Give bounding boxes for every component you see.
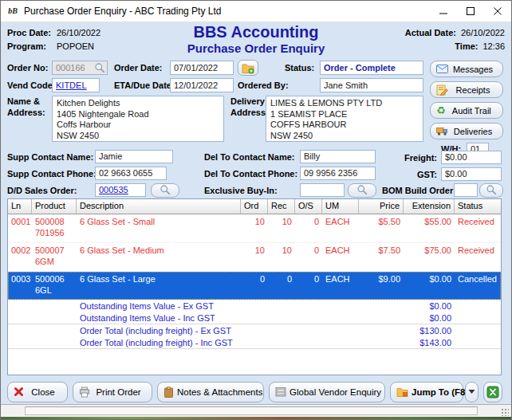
archive-icon [275,387,286,397]
col-ord: Ord [241,199,268,214]
order-date-field[interactable]: 07/01/2022 [170,61,234,75]
status-message-field [25,406,478,415]
clipboard-icon [163,387,174,398]
name-address-box[interactable]: Kitchen Delights 1405 Nightengale Road C… [52,96,224,142]
search-icon [356,184,368,197]
messages-button[interactable]: Messages [430,61,503,77]
receipts-button[interactable]: Receipts [430,81,503,98]
audit-trail-button[interactable]: ♻ Audit Trail [430,102,503,119]
order-date-label: Order Date: [114,61,163,75]
ordered-by-label: Ordered By: [238,78,289,92]
time-label: Time: [455,40,478,53]
table-row-selected[interactable]: 0003 5000066GL 6 Glass Set - Large 0 0 0… [8,272,501,300]
close-icon [494,7,502,16]
freight-label: Freight: [404,151,437,165]
footer-button-bar: Close Print Order Notes & Attachments Gl… [7,381,502,402]
table-row[interactable]: 0001 500008701956 6 Glass Set - Small 10… [8,214,501,243]
maximize-button[interactable] [457,1,484,22]
exclusive-buy-in-field[interactable] [300,183,345,197]
envelope-icon [436,64,448,74]
search-icon [486,184,497,197]
desktop-background [1,417,511,419]
status-field[interactable]: Order - Complete [320,61,423,75]
dd-sales-order-field[interactable]: 000535 [95,183,146,197]
order-no-field[interactable]: 000166 [52,61,108,75]
delivery-address-box[interactable]: LIMES & LEMONS PTY LTD 1 SEAMIST PLACE C… [266,96,423,142]
app-icon: bB [6,5,19,18]
print-order-button[interactable]: Print Order [73,382,152,402]
freight-field[interactable]: $0.00 [441,151,502,164]
chevron-down-icon [468,389,475,394]
header-right: Actual Date:26/10/2022 Time:12:36 [405,26,505,53]
deliveries-button[interactable]: Deliveries [430,123,503,139]
table-header-row: Ln Product Description Ord Rec O/S UM Pr… [8,199,501,214]
truck-icon [436,126,448,136]
vend-code-label: Vend Code: [7,78,56,92]
col-status: Status [455,199,501,214]
jump-to-dropdown-button[interactable] [465,382,479,402]
dd-sales-order-label: D/D Sales Order: [7,183,77,198]
totals-row: Outstanding Items Value - Ex GST $0.00 [8,300,501,312]
actual-date-label: Actual Date: [405,26,456,40]
delivery-address-label: Delivery Address: [230,96,269,118]
supp-contact-phone-field[interactable]: 02 9663 0655 [95,167,167,180]
bom-build-order-label: BOM Build Order: [382,183,456,198]
del-contact-phone-field[interactable]: 09 9956 2356 [300,167,376,180]
table-row[interactable]: 0002 5000076GM 6 Glass Set - Medium 10 1… [8,243,501,272]
title-bar: bB Purchase Order Enquiry - ABC Trading … [1,1,511,22]
jump-to-button[interactable]: Jump To (F8) [390,382,463,402]
gst-field[interactable]: $0.00 [441,167,502,181]
vend-code-link[interactable]: KITDEL [56,80,87,90]
exclusive-buy-in-label: Exclusive Buy-In: [204,183,278,198]
gst-label: GST: [404,167,437,182]
exclusive-buy-in-search-button[interactable] [348,183,376,198]
supp-contact-name-field[interactable]: Jamie [95,150,173,163]
open-order-button[interactable] [238,60,258,76]
purchase-order-enquiry-window: bB Purchase Order Enquiry - ABC Trading … [0,0,512,420]
supp-contact-phone-label: Supp Contact Phone: [7,167,96,181]
order-no-label: Order No: [7,61,48,75]
vend-code-field[interactable]: KITDEL [52,78,100,92]
global-vendor-enquiry-button[interactable]: Global Vendor Enquiry [269,382,385,402]
time-value: 12:36 [482,41,505,51]
totals-row: Outstanding Items Value - Inc GST $0.00 [8,312,501,324]
eta-due-date-label: ETA/Due Date: [114,78,175,92]
line-items-table: Ln Product Description Ord Rec O/S UM Pr… [7,198,502,375]
totals-row: Order Total (including freight) - Inc GS… [8,336,501,349]
folder-plus-icon [242,62,254,74]
status-label: Status: [285,61,314,75]
actual-date-value: 26/10/2022 [461,28,505,37]
col-product: Product [32,199,77,214]
resize-grip[interactable] [500,407,509,416]
notes-attachments-button[interactable]: Notes & Attachments [157,382,264,402]
close-window-button[interactable] [484,1,511,22]
col-extension: Extension [404,199,455,214]
export-excel-button[interactable] [483,382,502,402]
close-button[interactable]: Close [7,382,68,402]
search-icon [94,62,105,75]
del-contact-phone-label: Del To Contact Phone: [204,167,297,181]
minimize-icon [439,7,448,16]
del-contact-name-field[interactable]: Billy [300,150,376,163]
dialog-content: Proc Date:26/10/2022 Program:POPOEN BBS … [1,22,511,419]
col-os: O/S [295,199,322,214]
col-price: Price [359,199,404,214]
name-address-label: Name & Address: [7,96,45,118]
minimize-button[interactable] [430,1,457,22]
col-ln: Ln [8,199,32,214]
eta-due-date-field[interactable]: 12/01/2022 [170,78,234,92]
red-x-icon [14,387,24,397]
bom-build-order-field[interactable] [454,183,478,197]
status-bar [1,404,511,418]
del-contact-name-label: Del To Contact Name: [204,150,294,164]
bom-build-order-search-button[interactable] [479,183,503,198]
dd-sales-order-search-button[interactable] [151,183,179,198]
search-icon [160,184,171,197]
window-title: Purchase Order Enquiry - ABC Trading Pty… [24,6,430,17]
col-um: UM [322,199,359,214]
ordered-by-field[interactable]: Jane Smith [320,78,423,92]
dd-sales-order-link[interactable]: 000535 [99,185,128,194]
excel-export-icon [486,386,499,398]
col-rec: Rec [268,199,295,214]
receipt-icon [436,84,448,96]
